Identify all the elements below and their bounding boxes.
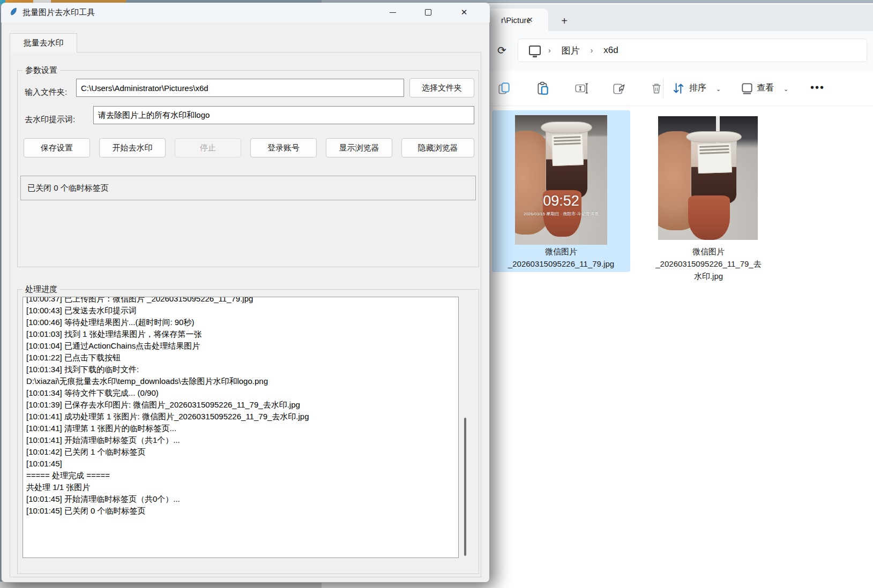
prompt-field[interactable] xyxy=(93,106,474,124)
file-item-processed[interactable]: 微信图片 _20260315095226_11_79_去 水印.jpg xyxy=(638,110,779,287)
tab-batch-remove[interactable]: 批量去水印 xyxy=(10,33,77,52)
choose-folder-button[interactable]: 选择文件夹 xyxy=(409,78,474,97)
log-line: 共处理 1/1 张图片 xyxy=(26,481,458,493)
status-text: 已关闭 0 个临时标签页 xyxy=(27,183,109,193)
new-tab-button[interactable]: + xyxy=(557,14,571,28)
log-line: [10:01:34] 找到下载的临时文件: xyxy=(26,364,458,375)
input-folder-field[interactable] xyxy=(76,79,404,97)
log-line: [10:01:41] 开始清理临时标签页（共1个）... xyxy=(26,434,458,446)
log-line: D:\xiazai\无痕批量去水印\temp_downloads\去除图片水印和… xyxy=(26,375,458,387)
log-line: [10:01:41] 清理第 1 张图片的临时标签页... xyxy=(26,423,458,434)
log-line: [10:01:42] 已关闭 1 个临时标签页 xyxy=(26,446,458,458)
breadcrumb-pictures[interactable]: 图片 xyxy=(558,43,583,58)
file-thumbnail: 09:52 2026/03/15 星期日 · 衡阳市·斗记普洱茶 xyxy=(515,115,607,245)
file-item-original[interactable]: 09:52 2026/03/15 星期日 · 衡阳市·斗记普洱茶 微信图片 _2… xyxy=(492,110,630,272)
progress-group-label: 处理进度 xyxy=(23,284,60,295)
hide-browser-button[interactable]: 隐藏浏览器 xyxy=(401,138,474,157)
refresh-icon[interactable]: ⟳ xyxy=(497,44,511,58)
progress-log[interactable]: [10:00:37] 已上传图片：微信图片 _20260315095226_11… xyxy=(23,297,459,558)
tab-close-icon[interactable]: ✕ xyxy=(527,16,533,24)
view-icon[interactable] xyxy=(740,81,754,95)
start-button[interactable]: 开始去水印 xyxy=(99,138,166,157)
params-group-label: 参数设置 xyxy=(23,65,60,76)
log-line: [10:00:43] 已发送去水印提示词 xyxy=(26,305,458,316)
log-line: [10:00:46] 等待处理结果图片...(超时时间: 90秒) xyxy=(26,316,458,328)
input-folder-label: 输入文件夹: xyxy=(25,87,67,97)
window-title: 批量图片去水印工具 xyxy=(23,7,95,18)
progress-log-lines: [10:00:37] 已上传图片：微信图片 _20260315095226_11… xyxy=(26,297,458,517)
log-line: [10:01:45] xyxy=(26,458,458,470)
toolbar-divider xyxy=(663,78,663,99)
maximize-icon xyxy=(425,9,431,16)
file-name-line: _20260315095226_11_79.jpg xyxy=(492,258,630,270)
log-line: [10:01:39] 已保存去水印图片: 微信图片_20260315095226… xyxy=(26,399,458,411)
sort-icon[interactable] xyxy=(671,81,685,95)
watermark-time: 09:52 xyxy=(515,193,607,209)
photo-cup-lid xyxy=(541,122,592,133)
maximize-button[interactable] xyxy=(417,4,439,20)
save-settings-button[interactable]: 保存设置 xyxy=(24,138,90,157)
minimize-button[interactable] xyxy=(382,4,404,20)
log-line: [10:01:45] 已关闭 0 个临时标签页 xyxy=(26,505,458,517)
status-box: 已关闭 0 个临时标签页 xyxy=(20,176,476,200)
minimize-icon xyxy=(390,12,396,13)
chevron-right-icon: › xyxy=(548,46,551,55)
close-icon: ✕ xyxy=(461,7,468,17)
chevron-right-icon: › xyxy=(591,46,593,55)
photo-cup-label xyxy=(551,134,584,166)
log-line: ===== 处理完成 ===== xyxy=(26,470,458,481)
file-thumbnail xyxy=(658,116,758,240)
log-line: [10:01:41] 成功处理第 1 张图片: 微信图片_20260315095… xyxy=(26,411,458,423)
stop-button: 停止 xyxy=(175,138,241,157)
breadcrumb-x6d[interactable]: x6d xyxy=(600,44,621,57)
photo-cup-lid xyxy=(686,131,742,142)
this-pc-icon xyxy=(529,46,541,55)
view-button[interactable]: 查看 xyxy=(757,82,774,94)
delete-icon[interactable] xyxy=(650,81,663,95)
address-bar[interactable]: › 图片 › x6d xyxy=(518,39,867,62)
share-icon[interactable] xyxy=(612,81,626,95)
copy-icon[interactable] xyxy=(497,81,511,95)
log-line: [10:01:04] 已通过ActionChains点击处理结果图片 xyxy=(26,340,458,352)
chevron-down-icon: ⌄ xyxy=(784,86,788,93)
file-name-line: _20260315095226_11_79_去 xyxy=(638,258,779,270)
explorer-tab[interactable]: r\Picture ✕ xyxy=(485,9,548,31)
log-scrollbar-thumb[interactable] xyxy=(464,418,466,556)
paste-icon[interactable] xyxy=(536,81,550,95)
photo-cup-sleeve xyxy=(688,195,730,240)
watermark-date: 2026/03/15 星期日 · 衡阳市·斗记普洱茶 xyxy=(515,211,607,217)
prompt-label: 去水印提示词: xyxy=(25,115,75,125)
more-options-icon[interactable]: ••• xyxy=(810,81,825,94)
show-browser-button[interactable]: 显示浏览器 xyxy=(326,138,392,157)
log-line: [10:00:37] 已上传图片：微信图片 _20260315095226_11… xyxy=(26,297,458,305)
explorer-tab-title: r\Picture xyxy=(485,16,530,25)
log-line: [10:01:22] 已点击下载按钮 xyxy=(26,352,458,364)
photo-cup-label xyxy=(697,143,732,174)
log-line: [10:01:45] 开始清理临时标签页（共0个）... xyxy=(26,493,458,505)
log-line: [10:01:34] 等待文件下载完成... (0/90) xyxy=(26,387,458,399)
params-groupbox xyxy=(17,70,479,267)
log-line: [10:01:03] 找到 1 张处理结果图片，将保存第一张 xyxy=(26,328,458,340)
sort-button[interactable]: 排序 xyxy=(689,82,706,94)
file-name-line: 微信图片 xyxy=(638,245,779,258)
file-name-line: 微信图片 xyxy=(492,245,630,258)
chevron-down-icon: ⌄ xyxy=(716,86,721,93)
file-name-line: 水印.jpg xyxy=(638,270,779,282)
close-button[interactable]: ✕ xyxy=(453,4,475,20)
rename-icon[interactable] xyxy=(574,81,588,95)
feather-icon xyxy=(9,7,18,16)
login-button[interactable]: 登录账号 xyxy=(250,138,317,157)
